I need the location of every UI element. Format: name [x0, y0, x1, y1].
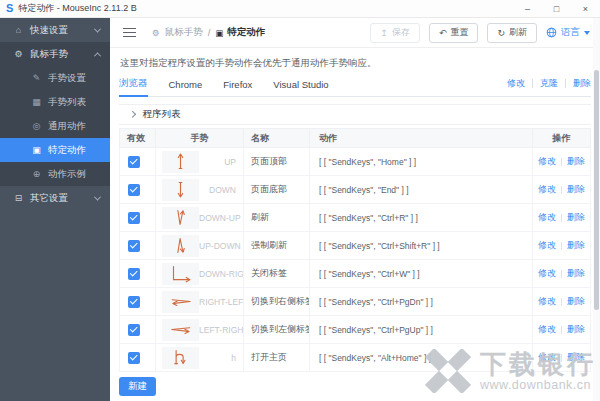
sidebar-item-quick-settings[interactable]: ⌂ 快速设置 [0, 18, 110, 42]
delete-link[interactable]: 删除 [573, 77, 591, 90]
table-row: DOWN-UP 刷新 [ [ "SendKeys", "Ctrl+R" ] ] … [120, 204, 591, 232]
row-delete-link[interactable]: 删除 [567, 212, 585, 222]
gesture-label: h [231, 353, 236, 363]
sidebar-item-mouse-gestures[interactable]: ⚙ 鼠标手势 [0, 42, 110, 66]
minimize-button[interactable]: – [513, 0, 542, 17]
row-delete-link[interactable]: 删除 [567, 184, 585, 194]
sidebar-item-other-settings[interactable]: ⊟ 其它设置 [0, 186, 110, 210]
row-delete-link[interactable]: 删除 [567, 324, 585, 334]
divider [561, 298, 562, 306]
row-modify-link[interactable]: 修改 [538, 352, 556, 362]
content-panel: 这里对指定程序设置的手势动作会优先于通用动作手势响应。 浏览器 Chrome F… [110, 48, 600, 401]
divider [561, 186, 562, 194]
refresh-button[interactable]: ↻ 刷新 [487, 23, 537, 43]
row-delete-link[interactable]: 删除 [567, 156, 585, 166]
header-operations: 操作 [533, 129, 591, 148]
globe-icon [546, 27, 557, 38]
sidebar-submenu: ✎ 手势设置 ▦ 手势列表 ◎ 通用动作 ▣ 特定动作 ⊕ 动作示例 [0, 66, 110, 186]
tab-chrome[interactable]: Chrome [169, 79, 203, 96]
scrollbar-thumb[interactable] [594, 70, 599, 310]
table-row: DOWN-RIGHT 关闭标签 [ [ "SendKeys", "Ctrl+W"… [120, 260, 591, 288]
row-modify-link[interactable]: 修改 [538, 156, 556, 166]
clone-link[interactable]: 克隆 [540, 77, 558, 90]
sidebar-item-general-actions[interactable]: ◎ 通用动作 [0, 114, 110, 138]
row-checkbox[interactable] [128, 156, 140, 168]
tab-visual-studio[interactable]: Visual Studio [273, 79, 328, 96]
gesture-icon [162, 319, 199, 341]
gesture-table: 有效 手势 名称 动作 操作 UP 页面顶部 [ [ "SendKeys", "… [119, 128, 591, 372]
save-icon: ↥ [380, 28, 388, 38]
gesture-name: 切换到左侧标签 [244, 316, 310, 344]
save-button[interactable]: ↥ 保存 [370, 23, 420, 43]
sidebar: ⌂ 快速设置 ⚙ 鼠标手势 ✎ 手势设置 ▦ 手势列表 ◎ 通用动作 ▣ 特 [0, 18, 110, 401]
modify-link[interactable]: 修改 [507, 77, 525, 90]
sidebar-item-label: 其它设置 [30, 192, 68, 205]
gesture-action: [ [ "SendKeys", "End" ] ] [310, 176, 533, 204]
row-checkbox[interactable] [128, 184, 140, 196]
row-checkbox[interactable] [128, 240, 140, 252]
breadcrumb-current: ▣ 特定动作 [215, 26, 265, 39]
chevron-down-icon [94, 25, 101, 32]
divider [561, 158, 562, 166]
hamburger-menu-icon[interactable] [123, 28, 136, 38]
maximize-button[interactable]: □ [542, 0, 571, 17]
header-enabled: 有效 [120, 129, 156, 148]
row-delete-link[interactable]: 删除 [567, 352, 585, 362]
row-modify-link[interactable]: 修改 [538, 324, 556, 334]
gesture-icon [162, 291, 199, 313]
tab-firefox[interactable]: Firefox [223, 79, 252, 96]
row-modify-link[interactable]: 修改 [538, 212, 556, 222]
breadcrumb-parent[interactable]: 鼠标手势 [165, 26, 203, 39]
row-checkbox[interactable] [128, 296, 140, 308]
row-modify-link[interactable]: 修改 [538, 184, 556, 194]
sidebar-item-label: 鼠标手势 [30, 48, 68, 61]
tabs-bar: 浏览器 Chrome Firefox Visual Studio 修改 克隆 删… [119, 77, 591, 97]
row-checkbox[interactable] [128, 212, 140, 224]
new-button[interactable]: 新建 [119, 377, 156, 396]
gesture-label: RIGHT-LEFT [199, 297, 244, 307]
breadcrumb: ⚙ 鼠标手势 / ▣ 特定动作 [152, 26, 265, 39]
program-list-collapse[interactable]: 程序列表 [119, 104, 591, 125]
divider [561, 214, 562, 222]
gesture-name: 强制刷新 [244, 232, 310, 260]
gesture-icon [162, 207, 199, 229]
language-button[interactable]: 语言 [546, 26, 590, 39]
row-checkbox[interactable] [128, 268, 140, 280]
chevron-up-icon [94, 52, 101, 59]
window-title: 特定动作 - MouseInc 2.11.2 B [18, 2, 136, 15]
scrollbar-track[interactable] [593, 18, 600, 401]
chevron-down-icon [94, 193, 101, 200]
row-modify-link[interactable]: 修改 [538, 240, 556, 250]
header-name: 名称 [244, 129, 310, 148]
gesture-icon [162, 179, 199, 201]
gesture-action: [ [ "SendKeys", "Ctrl+PgUp" ] ] [310, 316, 533, 344]
sidebar-item-gesture-list[interactable]: ▦ 手势列表 [0, 90, 110, 114]
tab-browser[interactable]: 浏览器 [119, 77, 148, 97]
row-checkbox[interactable] [128, 352, 140, 364]
row-modify-link[interactable]: 修改 [538, 296, 556, 306]
row-delete-link[interactable]: 删除 [567, 296, 585, 306]
header-action: 动作 [310, 129, 533, 148]
divider [561, 270, 562, 278]
gesture-action: [ [ "SendKeys", "Alt+Home" ] ] [310, 344, 533, 372]
breadcrumb-separator: / [208, 27, 211, 38]
row-modify-link[interactable]: 修改 [538, 268, 556, 278]
sidebar-item-label: 手势列表 [48, 96, 86, 109]
gesture-label: LEFT-RIGHT [199, 325, 244, 335]
sidebar-item-specific-actions[interactable]: ▣ 特定动作 [0, 138, 110, 162]
gesture-label: UP-DOWN [199, 241, 241, 251]
main-area: ⚙ 鼠标手势 / ▣ 特定动作 ↥ 保存 ↶ 重置 ↻ 刷新 [110, 18, 600, 401]
row-delete-link[interactable]: 删除 [567, 268, 585, 278]
info-text: 这里对指定程序设置的手势动作会优先于通用动作手势响应。 [120, 57, 591, 70]
gesture-name: 关闭标签 [244, 260, 310, 288]
sidebar-item-action-examples[interactable]: ⊕ 动作示例 [0, 162, 110, 186]
row-delete-link[interactable]: 删除 [567, 240, 585, 250]
reset-button[interactable]: ↶ 重置 [429, 23, 479, 43]
divider [561, 326, 562, 334]
close-button[interactable]: × [571, 0, 600, 17]
sidebar-item-gesture-settings[interactable]: ✎ 手势设置 [0, 66, 110, 90]
row-checkbox[interactable] [128, 324, 140, 336]
gear-icon: ⚙ [12, 49, 25, 59]
table-row: LEFT-RIGHT 切换到左侧标签 [ [ "SendKeys", "Ctrl… [120, 316, 591, 344]
divider [561, 354, 562, 362]
